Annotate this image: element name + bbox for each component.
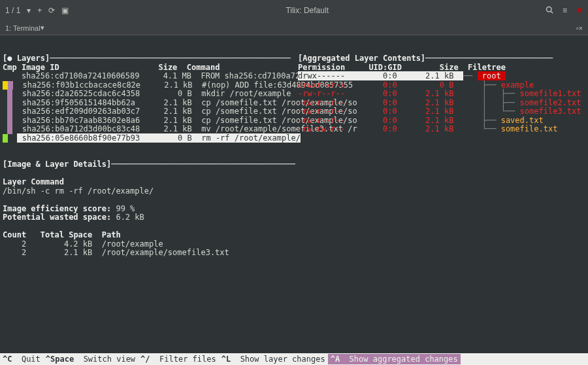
efficiency-value: 99 % (116, 204, 135, 213)
fullscreen-icon[interactable]: ▣ (61, 6, 69, 15)
filetree-row[interactable]: drwxr-xr-x 0:0 0 B ├── example (298, 81, 585, 90)
wasted-space-row: 2 4.2 kB /root/example (3, 240, 298, 249)
svg-line-1 (551, 11, 553, 13)
switch-key[interactable]: ^Space (46, 355, 74, 364)
filetree-row[interactable]: drwx------ 0:0 2.1 kB ── root (298, 72, 585, 81)
terminal[interactable]: [● Layers]──────────────────────────────… (0, 35, 588, 353)
col-count: Count (3, 230, 26, 239)
layer-row[interactable]: sha256:edf209d09263ab03c7 2.1 kB cp /som… (3, 107, 298, 116)
window-title: Tilix: Default (69, 6, 546, 15)
quit-label: Quit (22, 355, 41, 364)
footer-bar: ^C Quit ^Space Switch view ^/ Filter fil… (0, 353, 588, 365)
col-cmp: Cmp (3, 63, 17, 72)
close-icon[interactable]: ✕ (576, 6, 583, 15)
layer-row[interactable]: sha256:bb70c7aab83602e8a6 2.1 kB cp /som… (3, 116, 298, 126)
window-titlebar: 1 / 1 ▾ + ⟳ ▣ Tilix: Default ≡ ✕ (0, 0, 588, 21)
filetree-row[interactable]: -rw-rw-r-- 0:0 2.1 kB └── somefile.txt (298, 125, 585, 134)
layer-command-value: /bin/sh -c rm -rf /root/example/ (3, 186, 154, 196)
filter-label: Filter files (159, 355, 216, 364)
layer-row[interactable]: sha256:b0a712d3d00bc83c48 2.1 kB mv /roo… (3, 125, 298, 134)
wasted-value: 6.2 kB (116, 213, 144, 222)
tab-dropdown-icon[interactable]: ▾ (41, 24, 44, 32)
add-session-button[interactable]: + (37, 6, 42, 15)
col-uidgid: UID:GID (368, 63, 402, 72)
layers-panel-header: ● Layers (7, 54, 45, 63)
layer-row[interactable]: sha256:9f5056151484bb62a 2.1 kB cp /some… (3, 99, 298, 108)
tab-close-icon[interactable]: × (579, 24, 583, 32)
agg-panel-header: Aggregated Layer Contents (302, 54, 421, 63)
agg-key[interactable]: ^A (331, 355, 340, 364)
col-size: Size (158, 63, 177, 72)
layer-command-label: Layer Command (3, 177, 64, 186)
col-size2: Size (440, 63, 459, 72)
layer-label: Show layer changes (240, 355, 325, 364)
filetree-row[interactable]: -rw-r--r-- 0:0 2.1 kB │ ├── somefile2.tx… (298, 99, 585, 108)
terminal-tab[interactable]: 1: Terminal (5, 24, 41, 32)
col-perm: Permission (298, 63, 345, 72)
layer-row[interactable]: sha256:05e8660b8f90e77b93 0 B rm -rf /ro… (3, 134, 298, 143)
layer-row[interactable]: sha256:cd7100a72410606589 4.1 MB FROM sh… (3, 72, 298, 81)
agg-label: Show aggregated changes (350, 355, 458, 364)
wasted-space-row: 2 2.1 kB /root/example/somefile3.txt (3, 249, 298, 258)
filter-key[interactable]: ^/ (140, 355, 150, 364)
sync-icon[interactable]: ⟳ (48, 6, 55, 15)
filetree-row[interactable]: -rw-r--r-- 0:0 2.1 kB ├── saved.txt (298, 116, 585, 126)
dropdown-icon[interactable]: ▾ (27, 6, 31, 15)
svg-point-0 (546, 7, 551, 12)
layer-key[interactable]: ^L (221, 355, 231, 364)
col-id: Image ID (22, 63, 59, 72)
filetree-row[interactable]: -rw-r--r-- 0:0 2.1 kB │ └── somefile3.tx… (298, 107, 585, 116)
filetree-row[interactable]: -rw-r--r-- 0:0 2.1 kB │ ├── somefile1.tx… (298, 90, 585, 99)
col-filetree: Filetree (468, 63, 506, 72)
details-panel-header: Image & Layer Details (7, 160, 106, 169)
layer-row[interactable]: sha256:f03b1ccbacace8c82e 2.1 kB #(nop) … (3, 81, 298, 90)
switch-label: Switch view (84, 355, 135, 364)
col-command: Command (187, 63, 220, 72)
layer-row[interactable]: sha256:d2a26525cdac6c4358 0 B mkdir /roo… (3, 90, 298, 99)
col-total: Total Space (41, 230, 92, 239)
col-path: Path (102, 230, 121, 239)
quit-key[interactable]: ^C (3, 355, 12, 364)
efficiency-label: Image efficiency score: (3, 204, 111, 213)
wasted-label: Potential wasted space: (3, 213, 111, 222)
menu-icon[interactable]: ≡ (563, 6, 567, 15)
session-counter: 1 / 1 (5, 6, 20, 15)
search-icon[interactable] (546, 6, 553, 16)
tab-bar: 1: Terminal ▾ ▫ × (0, 21, 588, 35)
